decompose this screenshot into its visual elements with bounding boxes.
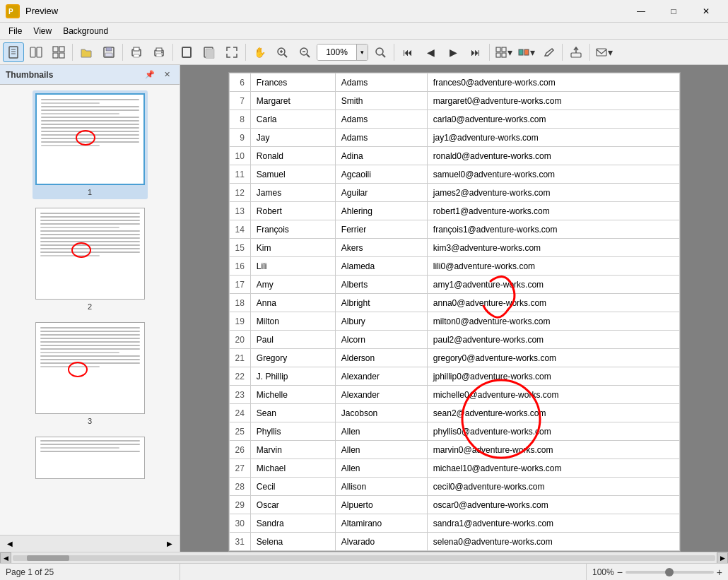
nav-first-button[interactable]: ⏮ bbox=[397, 42, 418, 62]
row-num: 15 bbox=[229, 239, 250, 257]
row-first: Phyllis bbox=[250, 422, 335, 441]
svg-rect-36 bbox=[496, 53, 500, 57]
open-folder-button[interactable] bbox=[76, 42, 97, 62]
table-row: 21 Gregory Alderson gregory0@adventure-w… bbox=[229, 349, 679, 367]
status-middle bbox=[180, 564, 587, 580]
annotation-button[interactable] bbox=[538, 42, 559, 62]
thumbnail-img-3 bbox=[35, 322, 145, 414]
svg-rect-13 bbox=[106, 47, 112, 51]
thumbnail-item-2[interactable]: 2 bbox=[33, 205, 148, 314]
h-scroll-right-button[interactable]: ▶ bbox=[717, 552, 728, 564]
row-email: marvin0@adventure-works.com bbox=[427, 441, 679, 459]
pan-button[interactable]: ✋ bbox=[249, 42, 270, 62]
row-last: Allison bbox=[335, 478, 427, 496]
zoom-increase-icon[interactable]: + bbox=[717, 567, 722, 578]
zoom-decrease-icon[interactable]: − bbox=[617, 567, 623, 578]
row-last: Allen bbox=[335, 441, 427, 459]
print-preview-button[interactable] bbox=[126, 42, 147, 62]
thumb-nav-right-button[interactable]: ▶ bbox=[163, 537, 177, 551]
svg-rect-9 bbox=[59, 47, 64, 52]
zoom-in-button[interactable] bbox=[271, 42, 293, 62]
zoom-out-button[interactable] bbox=[294, 42, 315, 62]
h-scroll-track[interactable] bbox=[13, 555, 715, 561]
row-first: Marvin bbox=[250, 441, 335, 459]
thumb-nav-left-button[interactable]: ◀ bbox=[3, 537, 17, 551]
facing-pages-button[interactable] bbox=[25, 42, 47, 62]
close-button[interactable]: ✕ bbox=[690, 0, 722, 23]
thumbnail-num-3: 3 bbox=[88, 417, 92, 425]
thumbnail-pin-button[interactable]: 📌 bbox=[143, 68, 157, 82]
status-page: Page 1 of 25 bbox=[0, 564, 180, 580]
minimize-button[interactable]: — bbox=[625, 0, 657, 23]
thumbnail-close-button[interactable]: ✕ bbox=[160, 68, 174, 82]
row-last: Alberts bbox=[335, 276, 427, 294]
nav-next-button[interactable]: ▶ bbox=[442, 42, 464, 62]
thumbnail-item-3[interactable]: 3 bbox=[33, 319, 148, 428]
svg-point-21 bbox=[161, 52, 163, 53]
export-button[interactable] bbox=[565, 42, 587, 62]
nav-last-button[interactable]: ⏭ bbox=[465, 42, 486, 62]
color-options-button[interactable]: ▾ bbox=[515, 42, 536, 62]
svg-rect-22 bbox=[182, 47, 191, 57]
fit-page-button[interactable] bbox=[221, 42, 242, 62]
sep5 bbox=[394, 44, 394, 61]
menu-bar: File View Background bbox=[0, 23, 728, 40]
row-num: 21 bbox=[229, 349, 250, 367]
table-row: 26 Marvin Allen marvin0@adventure-works.… bbox=[229, 441, 679, 459]
doc-area[interactable]: 6 Frances Adams frances0@adventure-works… bbox=[180, 65, 728, 552]
grid-view-button[interactable] bbox=[48, 42, 69, 62]
window-controls: — □ ✕ bbox=[625, 0, 722, 23]
svg-rect-16 bbox=[134, 47, 139, 51]
thumbnail-item-4[interactable] bbox=[33, 434, 148, 482]
print-button[interactable] bbox=[148, 42, 170, 62]
page-border-button[interactable] bbox=[176, 42, 197, 62]
row-num: 14 bbox=[229, 220, 250, 239]
h-scroll-left-button[interactable]: ◀ bbox=[0, 552, 11, 564]
zoom-dropdown[interactable]: ▾ bbox=[356, 45, 368, 60]
table-row: 23 Michelle Alexander michelle0@adventur… bbox=[229, 386, 679, 404]
row-num: 6 bbox=[229, 73, 250, 92]
table-row: 29 Oscar Alpuerto oscar0@adventure-works… bbox=[229, 496, 679, 514]
row-email: oscar0@adventure-works.com bbox=[427, 496, 679, 514]
table-row: 15 Kim Akers kim3@adventure-works.com bbox=[229, 239, 679, 257]
svg-rect-24 bbox=[206, 49, 214, 59]
zoom-actual-button[interactable] bbox=[370, 42, 391, 62]
row-last: Allen bbox=[335, 459, 427, 478]
row-first: James bbox=[250, 184, 335, 202]
svg-line-26 bbox=[284, 54, 287, 57]
nav-prev-button[interactable]: ◀ bbox=[420, 42, 441, 62]
row-first: Cecil bbox=[250, 478, 335, 496]
thumbnail-item-1[interactable]: 1 bbox=[33, 90, 148, 199]
row-first: Amy bbox=[250, 276, 335, 294]
zoom-slider[interactable] bbox=[626, 571, 714, 574]
h-scroll-thumb[interactable] bbox=[27, 555, 69, 561]
page-shadow-button[interactable] bbox=[199, 42, 220, 62]
maximize-button[interactable]: □ bbox=[657, 0, 690, 23]
menu-background[interactable]: Background bbox=[57, 25, 114, 37]
single-page-button[interactable] bbox=[3, 42, 24, 62]
svg-rect-6 bbox=[30, 47, 35, 57]
zoom-input[interactable] bbox=[317, 45, 356, 60]
row-last: Alvarado bbox=[335, 533, 427, 551]
svg-rect-19 bbox=[156, 48, 162, 51]
email-button[interactable]: ▾ bbox=[593, 42, 614, 62]
menu-view[interactable]: View bbox=[28, 25, 57, 37]
save-button[interactable] bbox=[98, 42, 119, 62]
row-num: 8 bbox=[229, 110, 250, 129]
zoom-slider-thumb[interactable] bbox=[665, 568, 674, 576]
thumbnail-num-2: 2 bbox=[88, 302, 92, 311]
table-row: 6 Frances Adams frances0@adventure-works… bbox=[229, 73, 679, 92]
table-row: 14 François Ferrier françois1@adventure-… bbox=[229, 220, 679, 239]
h-scroll-area: ◀ ▶ bbox=[0, 552, 728, 563]
row-first: Sandra bbox=[250, 514, 335, 533]
thumbnail-title: Thumbnails bbox=[6, 70, 53, 80]
main-content: Thumbnails 📌 ✕ bbox=[0, 65, 728, 552]
menu-file[interactable]: File bbox=[3, 25, 28, 37]
row-first: Samuel bbox=[250, 165, 335, 184]
row-email: cecil0@adventure-works.com bbox=[427, 478, 679, 496]
row-first: Selena bbox=[250, 533, 335, 551]
app-icon: P bbox=[6, 4, 20, 18]
row-num: 22 bbox=[229, 367, 250, 386]
view-options-button[interactable]: ▾ bbox=[493, 42, 514, 62]
row-email: sandra1@adventure-works.com bbox=[427, 514, 679, 533]
